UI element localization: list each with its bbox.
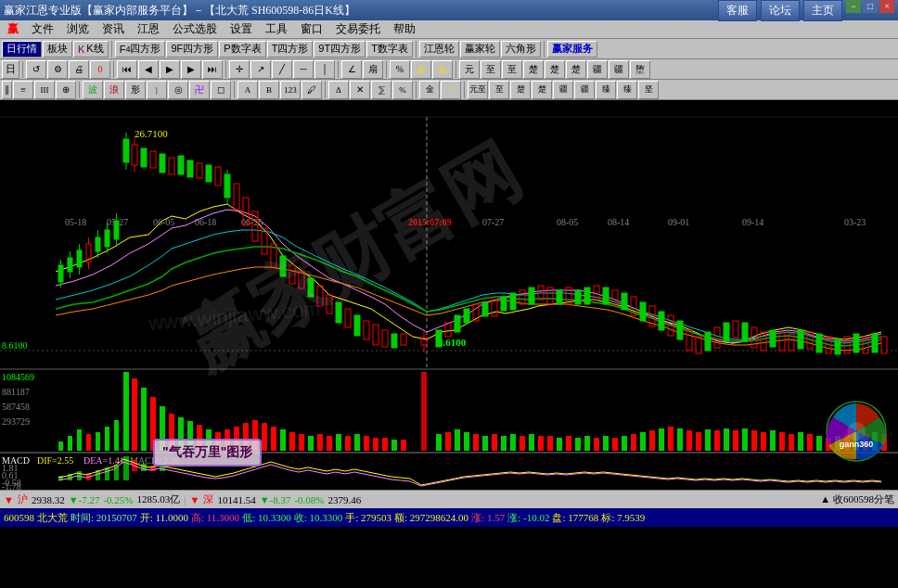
tool-r4[interactable]: ⊕ xyxy=(56,81,76,99)
menu-win[interactable]: 赢 xyxy=(2,20,24,38)
tool-gold[interactable]: 金 xyxy=(411,60,431,79)
maximize-button[interactable]: □ xyxy=(863,0,878,13)
btn-service[interactable]: 赢家服务 xyxy=(547,41,597,58)
tool-r25[interactable]: 楚 xyxy=(532,81,552,99)
tool-angle[interactable]: ∠ xyxy=(341,60,362,79)
tool-zh9[interactable]: 堕 xyxy=(630,60,650,79)
trade-amount: 额: 297298624.00 xyxy=(394,511,468,525)
tool-zh1[interactable]: 元 xyxy=(459,60,480,79)
forum-button[interactable]: 论坛 xyxy=(761,0,800,21)
tool-refresh[interactable]: ↺ xyxy=(26,60,46,79)
btn-f4[interactable]: F4四方形 xyxy=(115,41,166,58)
tool-prev-start[interactable]: ⏮ xyxy=(117,60,137,79)
tool-r6[interactable]: 浪 xyxy=(104,81,124,99)
tool-next[interactable]: ▶ xyxy=(181,60,201,79)
tool-zh2[interactable]: 至 xyxy=(481,60,501,79)
svg-rect-166 xyxy=(336,434,341,451)
tool-hline[interactable]: ─ xyxy=(293,60,314,79)
btn-hex[interactable]: 六角形 xyxy=(501,41,541,58)
tool-fan[interactable]: 扇 xyxy=(363,60,383,79)
tool-print[interactable]: 🖨 xyxy=(69,60,89,79)
tool-zh6[interactable]: 楚 xyxy=(566,60,586,79)
tool-r2[interactable]: ≡ xyxy=(13,81,33,99)
tool-r18[interactable]: ⅀ xyxy=(371,81,391,99)
tool-r23[interactable]: 至 xyxy=(489,81,509,99)
tool-line[interactable]: ╱ xyxy=(272,60,292,79)
home-button[interactable]: 主页 xyxy=(803,0,842,21)
tool-r10[interactable]: 卍 xyxy=(189,81,210,99)
tool-next-end[interactable]: ⏭ xyxy=(202,60,223,79)
tool-settings2[interactable]: ⚙ xyxy=(47,60,68,79)
btn-sector[interactable]: 板块 xyxy=(43,41,72,58)
tool-r17[interactable]: ✕ xyxy=(350,81,370,99)
menu-browse[interactable]: 浏览 xyxy=(61,20,95,38)
tool-zh4[interactable]: 楚 xyxy=(523,60,544,79)
tool-daily[interactable]: 日 xyxy=(2,60,19,79)
menu-formula[interactable]: 公式选股 xyxy=(167,20,223,38)
tool-r20[interactable]: 金 xyxy=(419,81,440,99)
btn-t4[interactable]: T四方形 xyxy=(267,41,314,58)
tool-r5[interactable]: 波 xyxy=(83,81,103,99)
menu-gann[interactable]: 江恩 xyxy=(132,20,165,38)
sep-t2-3 xyxy=(225,61,226,78)
tool-r13[interactable]: B xyxy=(259,81,279,99)
btn-gann-wheel[interactable]: 江恩轮 xyxy=(419,41,459,58)
tool-r11[interactable]: ◻ xyxy=(211,81,231,99)
tool-r24[interactable]: 楚 xyxy=(510,81,531,99)
svg-rect-54 xyxy=(206,165,212,182)
btn-tnum[interactable]: T数字表 xyxy=(366,41,413,58)
tool-zh3[interactable]: 至 xyxy=(502,60,522,79)
menu-help[interactable]: 帮助 xyxy=(388,20,421,38)
tool-cross[interactable]: ✛ xyxy=(229,60,250,79)
menu-tools[interactable]: 工具 xyxy=(260,20,293,38)
svg-rect-105 xyxy=(659,312,664,330)
tool-r8[interactable]: | xyxy=(147,81,167,99)
menu-news[interactable]: 资讯 xyxy=(96,20,130,38)
tool-r12[interactable]: A xyxy=(237,81,258,99)
tool-r1[interactable]: ∥ xyxy=(2,81,12,99)
menu-window[interactable]: 窗口 xyxy=(295,20,328,38)
tool-r22[interactable]: 元至 xyxy=(468,81,488,99)
svg-rect-242 xyxy=(141,464,147,471)
tool-play[interactable]: ▶ xyxy=(160,60,180,79)
tool-r21[interactable]: ☆ xyxy=(441,81,461,99)
menu-file[interactable]: 文件 xyxy=(26,20,59,38)
tool-r14[interactable]: 123 xyxy=(280,81,301,99)
menu-settings[interactable]: 设置 xyxy=(224,20,258,38)
tool-0[interactable]: 0 xyxy=(90,60,110,79)
tool-r27[interactable]: 疆 xyxy=(574,81,595,99)
index-sh-name: 沪 xyxy=(18,492,28,506)
tool-r15[interactable]: 🖊 xyxy=(301,81,322,99)
btn-9t[interactable]: 9T四方形 xyxy=(314,41,366,58)
tool-r26[interactable]: 疆 xyxy=(553,81,573,99)
tool-zh8[interactable]: 疆 xyxy=(609,60,629,79)
close-button[interactable]: × xyxy=(879,0,894,13)
btn-win-wheel[interactable]: 赢家轮 xyxy=(460,41,500,58)
tool-r30[interactable]: 坚 xyxy=(638,81,659,99)
svg-text:09-01: 09-01 xyxy=(668,217,689,227)
menu-trade[interactable]: 交易委托 xyxy=(330,20,386,38)
tool-zh7[interactable]: 疆 xyxy=(587,60,608,79)
tool-r19[interactable]: % xyxy=(392,81,413,99)
svg-text:07-27: 07-27 xyxy=(482,217,504,227)
btn-pnum[interactable]: P数字表 xyxy=(219,41,265,58)
tool-zh5[interactable]: 楚 xyxy=(545,60,565,79)
tool-r28[interactable]: 臻 xyxy=(596,81,616,99)
tool-r9[interactable]: ◎ xyxy=(168,81,188,99)
tool-arrow[interactable]: ↗ xyxy=(250,60,271,79)
btn-quote[interactable]: 日行情 xyxy=(2,41,42,58)
tool-vline[interactable]: │ xyxy=(314,60,335,79)
tool-r29[interactable]: 臻 xyxy=(617,81,637,99)
customer-service-button[interactable]: 客服 xyxy=(718,0,757,21)
tool-r16[interactable]: Δ xyxy=(328,81,349,99)
minimize-button[interactable]: － xyxy=(846,0,861,13)
btn-kline[interactable]: KK线 xyxy=(73,41,109,58)
tool-gold2[interactable]: 金 xyxy=(432,60,453,79)
svg-rect-137 xyxy=(68,436,72,451)
svg-rect-117 xyxy=(770,330,776,347)
tool-r7[interactable]: 形 xyxy=(125,81,146,99)
tool-prev[interactable]: ◀ xyxy=(138,60,159,79)
tool-r3[interactable]: III xyxy=(34,81,55,99)
btn-9f[interactable]: 9F四方形 xyxy=(166,41,218,58)
tool-fib[interactable]: % xyxy=(390,60,410,79)
